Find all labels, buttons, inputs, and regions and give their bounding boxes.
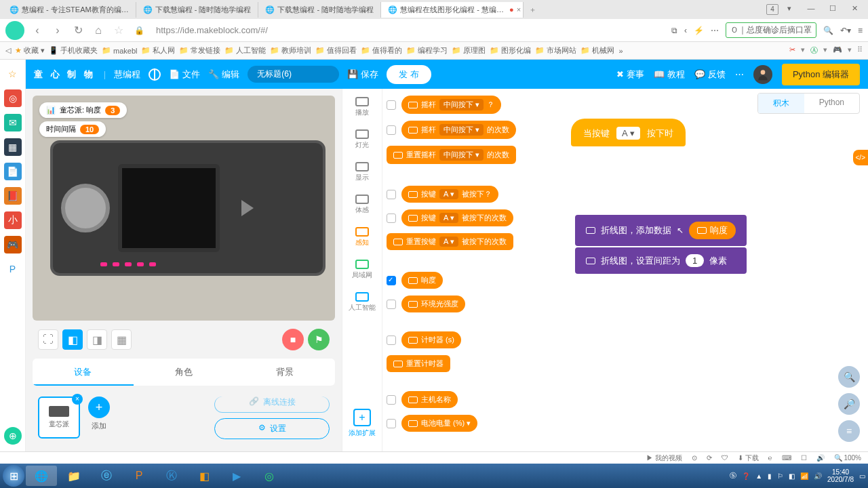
tab-python[interactable]: Python (804, 94, 859, 113)
user-avatar[interactable] (753, 65, 772, 84)
tab-device[interactable]: 设备 (33, 359, 134, 386)
url-field[interactable]: https://ide.makeblock.com/#/ (152, 25, 666, 35)
lang-button[interactable] (149, 68, 161, 81)
monitor-checkbox[interactable] (387, 214, 396, 223)
tab-close-icon[interactable]: ● (509, 5, 514, 14)
reporter-loudness[interactable]: 响度 (689, 222, 736, 239)
tray-icon[interactable]: ◧ (789, 472, 795, 480)
stage-grid-icon[interactable]: ▦ (111, 329, 132, 350)
monitor-checkbox[interactable] (387, 395, 396, 405)
file-menu[interactable]: 📄 文件 (169, 68, 200, 81)
bookmark-item[interactable]: 📁值得看的 (361, 45, 402, 56)
bookmark-item[interactable]: 📁值得回看 (315, 45, 357, 56)
browser-tab[interactable]: 🌐下载慧编程 - 随时随地学编程 (258, 2, 381, 18)
side-red-icon[interactable]: 小 (4, 211, 22, 229)
tray-icon[interactable]: ❓ (742, 472, 750, 480)
tab-sprite[interactable]: 角色 (134, 359, 235, 386)
bookmark-item[interactable]: 📱手机收藏夹 (49, 45, 98, 56)
task-app-icon[interactable]: Ⓚ (156, 466, 187, 486)
project-title-input[interactable]: 无标题(6) (248, 66, 339, 83)
browser-tab-active[interactable]: 🌐慧编程在线图形化编程 - 慧编…●× (381, 2, 524, 18)
block-linechart-add[interactable]: 折线图，添加数据↖ 响度 (575, 215, 747, 246)
nav-fwd-icon[interactable]: › (50, 23, 65, 38)
tray-icon[interactable]: ▭ (859, 472, 865, 480)
tray-icon[interactable]: 📶 (800, 472, 808, 480)
monitor-checkbox[interactable] (387, 300, 396, 309)
tab-count-badge[interactable]: 4 (766, 4, 778, 15)
bookmark-item[interactable]: 📁图形化编 (490, 45, 531, 56)
bookmark-star-icon[interactable]: ☆ (111, 23, 126, 38)
tab-close-icon[interactable]: × (517, 5, 521, 14)
bookmark-more-icon[interactable]: » (618, 47, 623, 55)
side-app-icon[interactable]: ▦ (4, 138, 22, 156)
device-card[interactable]: × 童芯派 (38, 396, 80, 439)
block-joystick-pressed[interactable]: 摇杆中间按下 ▾？ (401, 96, 501, 114)
status-icon[interactable]: ⟳ (707, 454, 712, 462)
profile-avatar[interactable] (5, 21, 24, 40)
window-min-icon[interactable]: — (800, 4, 822, 15)
browser-tab[interactable]: 🌐下载慧编程 - 随时随地学编程 (136, 2, 259, 18)
browser-tab[interactable]: 🌐慧编程 - 专注STEAM教育的编… (3, 2, 136, 18)
tab-blocks[interactable]: 积木 (758, 94, 804, 113)
side-add-icon[interactable]: ⊕ (4, 427, 22, 445)
window-menu-icon[interactable]: ▾ (778, 4, 800, 15)
stop-button[interactable]: ■ (282, 329, 304, 350)
window-close-icon[interactable]: ✕ (844, 4, 865, 15)
task-ie-icon[interactable]: ⓔ (91, 466, 122, 486)
bookmark-item[interactable]: 📁makebl (102, 46, 137, 55)
bookmark-item[interactable]: 📁编程学习 (406, 45, 448, 56)
plus-icon[interactable]: + (88, 396, 110, 418)
key-dropdown[interactable]: A ▾ (616, 127, 640, 140)
remove-device-icon[interactable]: × (72, 394, 83, 405)
start-button[interactable]: ⊞ (3, 465, 24, 487)
bm-back-icon[interactable]: ◁ (5, 46, 11, 55)
task-ppt-icon[interactable]: P (123, 466, 155, 486)
task-browser-icon[interactable]: 🌐 (26, 466, 57, 486)
monitor-checkbox[interactable] (387, 276, 396, 285)
status-icon[interactable]: ⊙ (692, 454, 697, 462)
status-icon[interactable]: ☐ (801, 454, 807, 462)
block-loudness[interactable]: 响度 (401, 272, 443, 289)
window-max-icon[interactable]: ☐ (822, 4, 844, 15)
block-reset-timer[interactable]: 重置计时器 (387, 355, 450, 372)
block-reset-joystick[interactable]: 重置摇杆中间按下 ▾的次数 (387, 146, 516, 164)
block-reset-key[interactable]: 重置按键A ▾被按下的次数 (387, 233, 513, 250)
stage-fullscreen-icon[interactable]: ⛶ (38, 329, 58, 350)
nav-back-icon[interactable]: ‹ (30, 23, 45, 38)
status-icon[interactable]: ℮ (768, 454, 772, 462)
zoom-in-icon[interactable]: 🔍 (838, 366, 860, 388)
number-input[interactable]: 1 (686, 254, 704, 267)
side-book-icon[interactable]: 📕 (4, 187, 22, 205)
status-download[interactable]: ⬇ 下载 (738, 453, 759, 463)
addr-icon[interactable]: ‹ (684, 26, 687, 35)
undo-icon[interactable]: ↶▾ (840, 26, 851, 35)
monitor-checkbox[interactable] (387, 100, 396, 110)
block-key-pressed[interactable]: 按键A ▾被按下？ (401, 186, 498, 203)
side-doc-icon[interactable]: 📄 (4, 163, 22, 180)
bookmark-item[interactable]: 📁机械网 (580, 45, 614, 56)
task-app-icon[interactable]: ▶ (221, 466, 252, 486)
task-app-icon[interactable]: ◧ (189, 466, 220, 486)
block-key-count[interactable]: 按键A ▾被按下的次数 (401, 209, 513, 226)
code-panel-toggle[interactable]: </> (853, 150, 868, 165)
cat-display[interactable]: 显示 (342, 159, 382, 188)
side-game-icon[interactable]: 🎮 (4, 236, 22, 253)
edit-menu[interactable]: 🔧 编辑 (208, 68, 239, 81)
zoom-out-icon[interactable]: 🔎 (838, 393, 860, 415)
monitor-checkbox[interactable] (387, 125, 396, 135)
cat-lan[interactable]: 局域网 (342, 257, 382, 285)
side-weibo-icon[interactable]: ◎ (4, 89, 22, 107)
zoom-fit-icon[interactable]: ≡ (838, 420, 860, 442)
ext-icon[interactable]: ✂ (789, 45, 795, 56)
cat-ai[interactable]: 人工智能 (342, 289, 382, 318)
cat-light[interactable]: 灯光 (342, 127, 382, 155)
monitor-checkbox[interactable] (387, 336, 396, 345)
publish-button[interactable]: 发 布 (387, 65, 431, 84)
status-zoom[interactable]: 🔍 100% (834, 454, 861, 462)
add-extension-button[interactable]: +添加扩展 (349, 409, 376, 438)
taskbar-clock[interactable]: 15:402020/7/8 (827, 468, 854, 483)
side-mail-icon[interactable]: ✉ (4, 114, 22, 131)
cat-play[interactable]: 播放 (342, 94, 382, 123)
search-icon[interactable]: 🔍 (823, 26, 833, 35)
addr-icon[interactable]: ⧉ (671, 26, 677, 35)
